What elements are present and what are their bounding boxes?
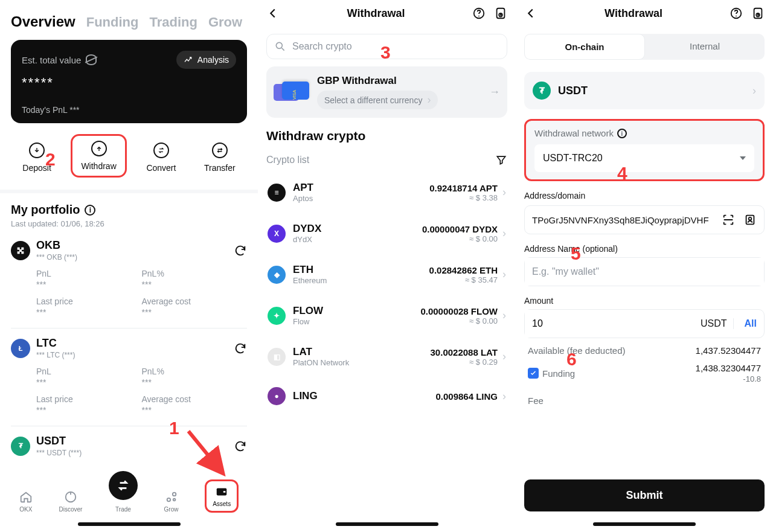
back-button[interactable] bbox=[266, 7, 280, 20]
search-crypto[interactable] bbox=[266, 34, 507, 59]
crypto-row-ling[interactable]: ●LING 0.009864 LING› bbox=[261, 377, 512, 415]
amount-all-button[interactable]: All bbox=[737, 318, 764, 329]
tab-discover[interactable]: Discover bbox=[59, 490, 82, 513]
crypto-fiat: ≈ $ 35.47 bbox=[465, 275, 498, 284]
tab-trading[interactable]: Trading bbox=[149, 14, 197, 30]
refresh-icon[interactable] bbox=[234, 342, 247, 355]
funding-label-wrap[interactable]: Funding bbox=[528, 368, 575, 379]
crypto-sym: LING bbox=[293, 390, 318, 402]
home-indicator bbox=[78, 522, 181, 526]
info-icon[interactable]: i bbox=[617, 129, 627, 138]
seg-internal[interactable]: Internal bbox=[645, 34, 765, 60]
network-dropdown[interactable]: USDT-TRC20 bbox=[534, 144, 754, 172]
refresh-icon[interactable] bbox=[234, 440, 247, 453]
col-last: Last price bbox=[36, 394, 142, 404]
chart-icon bbox=[184, 55, 193, 65]
crypto-row-eth[interactable]: ◆ETHEthereum 0.02842862 ETH≈ $ 35.47› bbox=[261, 254, 512, 295]
select-asset[interactable]: ₮USDT › bbox=[524, 72, 765, 109]
col-pnlp: PnL% bbox=[142, 269, 248, 278]
back-button[interactable] bbox=[524, 7, 537, 20]
search-input[interactable] bbox=[291, 40, 499, 53]
transfer-label: Transfer bbox=[204, 163, 236, 173]
gbp-withdrawal[interactable]: VISA GBP Withdrawal Select a different c… bbox=[266, 66, 507, 118]
withdraw-crypto-title: Withdraw crypto bbox=[258, 118, 516, 148]
home-indicator bbox=[593, 522, 696, 526]
crypto-row-flow[interactable]: ✦FLOWFlow 0.00000028 FLOW≈ $ 0.00› bbox=[261, 295, 512, 336]
amount-label: Amount bbox=[524, 296, 765, 306]
withdraw-button[interactable]: Withdraw bbox=[71, 134, 126, 178]
transfer-button[interactable]: Transfer bbox=[196, 138, 244, 178]
balance-masked: ***** bbox=[22, 75, 236, 91]
convert-label: Convert bbox=[146, 163, 176, 173]
crypto-name: PlatON Network bbox=[293, 358, 349, 367]
phone-withdraw-form: Withdrawal On-chain Internal ₮USDT › Wit… bbox=[516, 0, 773, 532]
history-icon[interactable] bbox=[494, 7, 507, 20]
segment-control[interactable]: On-chain Internal bbox=[524, 34, 765, 60]
address-name-field[interactable] bbox=[524, 257, 765, 286]
amount-input[interactable] bbox=[525, 310, 694, 338]
address-name-label: Address Name (optional) bbox=[524, 244, 765, 254]
history-icon[interactable] bbox=[751, 7, 765, 20]
amount-field[interactable]: USDT All bbox=[524, 309, 765, 338]
address-book-icon[interactable] bbox=[743, 213, 757, 226]
analysis-button[interactable]: Analysis bbox=[176, 51, 236, 69]
page-title: Withdrawal bbox=[347, 7, 405, 20]
asset-usdt[interactable]: ₮ USDT *** USDT (***) bbox=[0, 426, 258, 462]
svg-point-17 bbox=[736, 16, 737, 17]
val-pnl: *** bbox=[36, 280, 142, 289]
tab-grow-bottom[interactable]: Grow bbox=[164, 490, 179, 513]
tab-trade[interactable]: Trade bbox=[109, 471, 138, 513]
seg-onchain[interactable]: On-chain bbox=[524, 34, 645, 60]
crypto-row-dydx[interactable]: XDYDXdYdX 0.00000047 DYDX≈ $ 0.00› bbox=[261, 213, 512, 254]
crypto-name: Ethereum bbox=[293, 276, 327, 285]
amount-unit: USDT bbox=[694, 318, 734, 329]
crypto-sym: LAT bbox=[293, 346, 349, 358]
crypto-row-apt[interactable]: ≡APTAptos 0.92418714 APT≈ $ 3.38› bbox=[261, 172, 512, 213]
actions-row: Deposit Withdraw Convert Transfer bbox=[0, 123, 258, 188]
apt-icon: ≡ bbox=[268, 184, 286, 202]
gbp-title: GBP Withdrawal bbox=[317, 75, 482, 87]
tab-grow[interactable]: Grow bbox=[208, 14, 242, 30]
info-icon[interactable]: i bbox=[85, 205, 95, 216]
val-last: *** bbox=[36, 405, 142, 415]
crypto-qty: 30.0022088 LAT bbox=[431, 347, 498, 357]
help-icon[interactable] bbox=[730, 7, 743, 20]
submit-button[interactable]: Submit bbox=[524, 479, 765, 511]
crypto-sym: DYDX bbox=[293, 223, 321, 235]
val-pnl: *** bbox=[36, 377, 142, 387]
tab-okx[interactable]: OKX bbox=[19, 490, 33, 513]
address-field[interactable]: TPoGrJ5NVNFXny3Sqh8EJiQoyprapjDVHF bbox=[524, 205, 765, 234]
refresh-icon[interactable] bbox=[234, 244, 247, 257]
total-value-card: Est. total value Analysis ***** Today's … bbox=[11, 40, 247, 123]
convert-icon bbox=[153, 143, 169, 158]
address-name-input[interactable] bbox=[525, 258, 764, 286]
address-label: Address/domain bbox=[524, 191, 765, 200]
col-pnlp: PnL% bbox=[142, 367, 248, 376]
withdrawal-network-box: Withdrawal networki USDT-TRC20 bbox=[524, 119, 765, 181]
crypto-qty: 0.009864 LING bbox=[435, 391, 498, 402]
tab-label: OKX bbox=[19, 506, 32, 513]
deposit-button[interactable]: Deposit bbox=[14, 138, 59, 178]
network-label: Withdrawal network bbox=[534, 128, 614, 138]
home-icon bbox=[19, 490, 33, 504]
okb-icon bbox=[11, 241, 30, 260]
tab-overview[interactable]: Overview bbox=[11, 13, 75, 30]
asset-okb[interactable]: OKB *** OKB (***) PnL*** PnL%*** Last pr… bbox=[0, 231, 258, 322]
asset-ltc[interactable]: Ł LTC *** LTC (***) PnL*** PnL%*** Last … bbox=[0, 328, 258, 420]
crypto-row-lat[interactable]: ◧LATPlatON Network 30.0022088 LAT≈ $ 0.2… bbox=[261, 336, 512, 377]
asset-symbol: USDT bbox=[36, 435, 82, 447]
tab-funding[interactable]: Funding bbox=[86, 14, 139, 30]
hide-balance-icon[interactable] bbox=[86, 54, 97, 65]
filter-icon[interactable] bbox=[495, 154, 507, 166]
compass-icon bbox=[64, 490, 77, 504]
val-avg: *** bbox=[142, 307, 248, 317]
crypto-qty: 0.00000028 FLOW bbox=[420, 306, 498, 316]
network-value: USDT-TRC20 bbox=[543, 153, 603, 164]
help-icon[interactable] bbox=[472, 7, 486, 20]
crypto-qty: 0.92418714 APT bbox=[429, 183, 498, 193]
scan-icon[interactable] bbox=[722, 213, 735, 226]
available-value: 1,437.52304477 bbox=[696, 345, 761, 356]
convert-button[interactable]: Convert bbox=[138, 138, 184, 178]
change-currency[interactable]: Select a different currency› bbox=[317, 91, 438, 109]
tab-assets[interactable]: Assets bbox=[205, 479, 239, 513]
